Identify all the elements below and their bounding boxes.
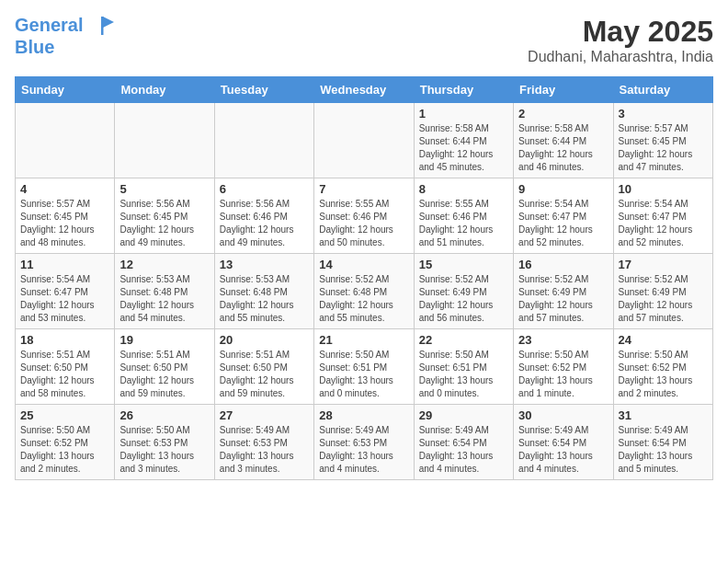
svg-marker-0 (103, 17, 114, 28)
day-header-friday: Friday (514, 77, 613, 103)
calendar-week-5: 25Sunrise: 5:50 AMSunset: 6:52 PMDayligh… (16, 405, 713, 480)
month-title: May 2025 (528, 15, 713, 49)
day-info: Sunrise: 5:52 AMSunset: 6:49 PMDaylight:… (518, 273, 608, 325)
day-header-saturday: Saturday (613, 77, 712, 103)
day-info: Sunrise: 5:49 AMSunset: 6:53 PMDaylight:… (220, 424, 309, 476)
day-number: 17 (619, 258, 708, 271)
calendar-day-cell (16, 103, 115, 178)
day-header-sunday: Sunday (16, 77, 115, 103)
calendar-day-cell: 22Sunrise: 5:50 AMSunset: 6:51 PMDayligh… (414, 329, 513, 405)
day-number: 14 (319, 258, 408, 271)
day-info: Sunrise: 5:57 AMSunset: 6:45 PMDaylight:… (20, 198, 109, 249)
logo: General Blue (15, 15, 116, 57)
day-info: Sunrise: 5:51 AMSunset: 6:50 PMDaylight:… (20, 349, 109, 400)
calendar-day-cell: 14Sunrise: 5:52 AMSunset: 6:48 PMDayligh… (314, 254, 414, 329)
calendar-day-cell: 26Sunrise: 5:50 AMSunset: 6:53 PMDayligh… (115, 405, 214, 480)
page-header: General Blue May 2025 Dudhani, Maharasht… (15, 15, 713, 65)
calendar-week-2: 4Sunrise: 5:57 AMSunset: 6:45 PMDaylight… (16, 178, 713, 254)
calendar-day-cell: 27Sunrise: 5:49 AMSunset: 6:53 PMDayligh… (214, 405, 313, 480)
day-info: Sunrise: 5:49 AMSunset: 6:54 PMDaylight:… (619, 424, 708, 476)
day-number: 29 (419, 408, 508, 422)
calendar-day-cell: 29Sunrise: 5:49 AMSunset: 6:54 PMDayligh… (414, 405, 513, 480)
day-info: Sunrise: 5:58 AMSunset: 6:44 PMDaylight:… (419, 122, 508, 174)
day-info: Sunrise: 5:50 AMSunset: 6:52 PMDaylight:… (20, 424, 109, 476)
calendar-day-cell: 1Sunrise: 5:58 AMSunset: 6:44 PMDaylight… (414, 103, 513, 178)
logo-text: General (15, 15, 116, 37)
day-info: Sunrise: 5:51 AMSunset: 6:50 PMDaylight:… (220, 349, 309, 400)
day-number: 19 (119, 333, 209, 347)
day-info: Sunrise: 5:51 AMSunset: 6:50 PMDaylight:… (119, 349, 209, 400)
calendar-day-cell: 3Sunrise: 5:57 AMSunset: 6:45 PMDaylight… (613, 103, 712, 178)
day-number: 28 (319, 408, 408, 422)
day-info: Sunrise: 5:55 AMSunset: 6:46 PMDaylight:… (319, 198, 408, 249)
day-number: 15 (419, 258, 508, 271)
calendar-week-3: 11Sunrise: 5:54 AMSunset: 6:47 PMDayligh… (16, 254, 713, 329)
day-number: 9 (518, 182, 608, 196)
day-info: Sunrise: 5:49 AMSunset: 6:53 PMDaylight:… (319, 424, 408, 476)
calendar-day-cell: 15Sunrise: 5:52 AMSunset: 6:49 PMDayligh… (414, 254, 513, 329)
day-info: Sunrise: 5:57 AMSunset: 6:45 PMDaylight:… (619, 122, 708, 174)
calendar-day-cell: 24Sunrise: 5:50 AMSunset: 6:52 PMDayligh… (613, 329, 712, 405)
day-number: 26 (119, 408, 209, 422)
day-info: Sunrise: 5:53 AMSunset: 6:48 PMDaylight:… (220, 273, 309, 325)
day-number: 11 (20, 258, 109, 271)
calendar-day-cell: 11Sunrise: 5:54 AMSunset: 6:47 PMDayligh… (16, 254, 115, 329)
location: Dudhani, Maharashtra, India (528, 49, 713, 65)
day-number: 8 (419, 182, 508, 196)
calendar-week-1: 1Sunrise: 5:58 AMSunset: 6:44 PMDaylight… (16, 103, 713, 178)
day-number: 18 (20, 333, 109, 347)
calendar-day-cell (214, 103, 313, 178)
day-info: Sunrise: 5:52 AMSunset: 6:49 PMDaylight:… (619, 273, 708, 325)
calendar-week-4: 18Sunrise: 5:51 AMSunset: 6:50 PMDayligh… (16, 329, 713, 405)
day-number: 21 (319, 333, 408, 347)
calendar-day-cell: 20Sunrise: 5:51 AMSunset: 6:50 PMDayligh… (214, 329, 313, 405)
day-info: Sunrise: 5:50 AMSunset: 6:52 PMDaylight:… (518, 349, 608, 400)
calendar-day-cell (314, 103, 414, 178)
calendar-day-cell: 8Sunrise: 5:55 AMSunset: 6:46 PMDaylight… (414, 178, 513, 254)
day-info: Sunrise: 5:56 AMSunset: 6:45 PMDaylight:… (119, 198, 209, 249)
day-number: 3 (619, 107, 708, 121)
calendar-day-cell: 31Sunrise: 5:49 AMSunset: 6:54 PMDayligh… (613, 405, 712, 480)
day-info: Sunrise: 5:52 AMSunset: 6:48 PMDaylight:… (319, 273, 408, 325)
calendar-day-cell: 4Sunrise: 5:57 AMSunset: 6:45 PMDaylight… (16, 178, 115, 254)
day-info: Sunrise: 5:55 AMSunset: 6:46 PMDaylight:… (419, 198, 508, 249)
calendar-day-cell: 21Sunrise: 5:50 AMSunset: 6:51 PMDayligh… (314, 329, 414, 405)
day-number: 22 (419, 333, 508, 347)
day-number: 5 (119, 182, 209, 196)
logo-icon (90, 15, 116, 37)
day-info: Sunrise: 5:54 AMSunset: 6:47 PMDaylight:… (518, 198, 608, 249)
day-header-thursday: Thursday (414, 77, 513, 103)
day-number: 27 (220, 408, 309, 422)
day-header-tuesday: Tuesday (214, 77, 313, 103)
svg-rect-1 (101, 17, 104, 35)
calendar-day-cell: 12Sunrise: 5:53 AMSunset: 6:48 PMDayligh… (115, 254, 214, 329)
day-number: 1 (419, 107, 508, 121)
calendar-day-cell: 19Sunrise: 5:51 AMSunset: 6:50 PMDayligh… (115, 329, 214, 405)
day-info: Sunrise: 5:49 AMSunset: 6:54 PMDaylight:… (518, 424, 608, 476)
day-info: Sunrise: 5:52 AMSunset: 6:49 PMDaylight:… (419, 273, 508, 325)
calendar-day-cell: 17Sunrise: 5:52 AMSunset: 6:49 PMDayligh… (613, 254, 712, 329)
day-info: Sunrise: 5:53 AMSunset: 6:48 PMDaylight:… (119, 273, 209, 325)
calendar-header-row: SundayMondayTuesdayWednesdayThursdayFrid… (16, 77, 713, 103)
day-info: Sunrise: 5:56 AMSunset: 6:46 PMDaylight:… (220, 198, 309, 249)
calendar-day-cell: 16Sunrise: 5:52 AMSunset: 6:49 PMDayligh… (514, 254, 613, 329)
day-number: 30 (518, 408, 608, 422)
day-number: 24 (619, 333, 708, 347)
day-number: 2 (518, 107, 608, 121)
day-number: 12 (119, 258, 209, 271)
calendar-day-cell: 9Sunrise: 5:54 AMSunset: 6:47 PMDaylight… (514, 178, 613, 254)
day-number: 10 (619, 182, 708, 196)
day-number: 31 (619, 408, 708, 422)
day-info: Sunrise: 5:50 AMSunset: 6:53 PMDaylight:… (119, 424, 209, 476)
calendar-table: SundayMondayTuesdayWednesdayThursdayFrid… (15, 76, 713, 480)
day-number: 16 (518, 258, 608, 271)
calendar-day-cell: 5Sunrise: 5:56 AMSunset: 6:45 PMDaylight… (115, 178, 214, 254)
calendar-day-cell: 25Sunrise: 5:50 AMSunset: 6:52 PMDayligh… (16, 405, 115, 480)
calendar-day-cell: 13Sunrise: 5:53 AMSunset: 6:48 PMDayligh… (214, 254, 313, 329)
day-header-monday: Monday (115, 77, 214, 103)
calendar-day-cell: 23Sunrise: 5:50 AMSunset: 6:52 PMDayligh… (514, 329, 613, 405)
day-info: Sunrise: 5:58 AMSunset: 6:44 PMDaylight:… (518, 122, 608, 174)
calendar-day-cell (115, 103, 214, 178)
day-info: Sunrise: 5:50 AMSunset: 6:52 PMDaylight:… (619, 349, 708, 400)
calendar-day-cell: 7Sunrise: 5:55 AMSunset: 6:46 PMDaylight… (314, 178, 414, 254)
